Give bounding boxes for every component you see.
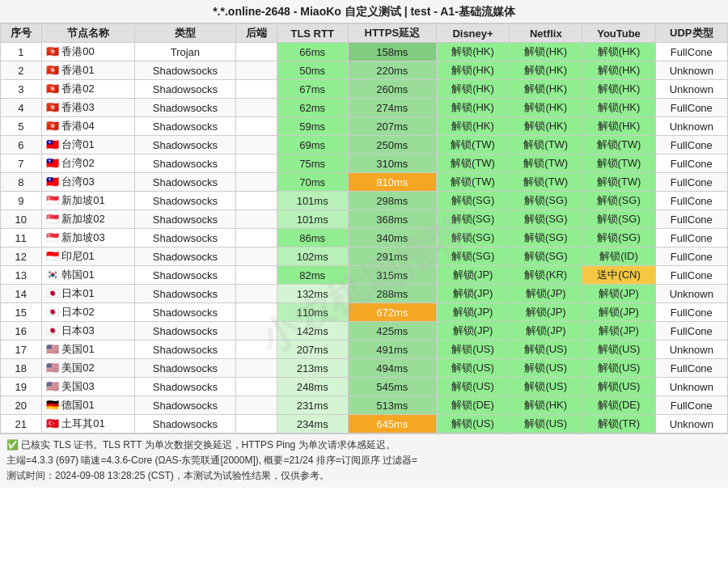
- youtube-status: 解锁(TR): [582, 415, 655, 434]
- disney-status: 解锁(TW): [436, 154, 509, 173]
- youtube-status: 解锁(JP): [582, 322, 655, 340]
- netflix-status: 解锁(HK): [510, 117, 582, 136]
- disney-status: 解锁(JP): [436, 285, 509, 303]
- row-id: 11: [1, 229, 42, 247]
- table-row: 17🇺🇸 美国01Shadowsocks207ms491ms解锁(US)解锁(U…: [1, 340, 728, 359]
- https-delay: 207ms: [348, 117, 436, 136]
- netflix-status: 解锁(SG): [510, 229, 582, 247]
- node-name: 🇺🇸 美国03: [41, 378, 134, 396]
- netflix-status: 解锁(HK): [510, 396, 582, 415]
- page-title: *.*.online-2648 - MiaoKo 自定义测试 | test - …: [213, 5, 515, 18]
- youtube-status: 解锁(SG): [582, 192, 655, 210]
- node-type: Shadowsocks: [134, 192, 235, 210]
- footer-line1: ✅ 已核实 TLS 证书。TLS RTT 为单次数据交换延迟，HTTPS Pin…: [6, 438, 722, 453]
- https-delay: 672ms: [348, 303, 436, 322]
- node-type: Shadowsocks: [134, 266, 235, 285]
- backend: [235, 303, 277, 322]
- tls-rtt: 62ms: [277, 99, 348, 117]
- netflix-status: 解锁(TW): [510, 136, 582, 154]
- node-type: Shadowsocks: [134, 247, 235, 266]
- backend: [235, 210, 277, 229]
- tls-rtt: 207ms: [277, 340, 348, 359]
- https-delay: 315ms: [348, 266, 436, 285]
- col-header: 序号: [1, 24, 42, 43]
- disney-status: 解锁(SG): [436, 192, 509, 210]
- node-type: Shadowsocks: [134, 396, 235, 415]
- https-delay: 491ms: [348, 340, 436, 359]
- table-row: 4🇭🇰 香港03Shadowsocks62ms274ms解锁(HK)解锁(HK)…: [1, 99, 728, 117]
- tls-rtt: 248ms: [277, 378, 348, 396]
- disney-status: 解锁(DE): [436, 396, 509, 415]
- row-id: 7: [1, 154, 42, 173]
- backend: [235, 285, 277, 303]
- netflix-status: 解锁(KR): [510, 266, 582, 285]
- col-header: YouTube: [582, 24, 655, 43]
- youtube-status: 解锁(HK): [582, 99, 655, 117]
- table-row: 13🇰🇷 韩国01Shadowsocks82ms315ms解锁(JP)解锁(KR…: [1, 266, 728, 285]
- node-type: Shadowsocks: [134, 322, 235, 340]
- udp-type: FullCone: [655, 210, 727, 229]
- tls-rtt: 101ms: [277, 210, 348, 229]
- netflix-status: 解锁(HK): [510, 61, 582, 80]
- https-delay: 810ms: [348, 173, 436, 192]
- netflix-status: 解锁(SG): [510, 192, 582, 210]
- disney-status: 解锁(US): [436, 378, 509, 396]
- youtube-status: 解锁(US): [582, 378, 655, 396]
- netflix-status: 解锁(HK): [510, 80, 582, 99]
- backend: [235, 117, 277, 136]
- https-delay: 513ms: [348, 396, 436, 415]
- disney-status: 解锁(HK): [436, 99, 509, 117]
- row-id: 18: [1, 359, 42, 378]
- node-type: Shadowsocks: [134, 340, 235, 359]
- udp-type: FullCone: [655, 396, 727, 415]
- node-name: 🇹🇼 台湾01: [41, 136, 134, 154]
- node-type: Shadowsocks: [134, 154, 235, 173]
- row-id: 14: [1, 285, 42, 303]
- table-row: 7🇹🇼 台湾02Shadowsocks75ms310ms解锁(TW)解锁(TW)…: [1, 154, 728, 173]
- col-header: 后端: [235, 24, 277, 43]
- youtube-status: 解锁(ID): [582, 247, 655, 266]
- tls-rtt: 86ms: [277, 229, 348, 247]
- udp-type: Unknown: [655, 285, 727, 303]
- row-id: 15: [1, 303, 42, 322]
- node-name: 🇩🇪 德国01: [41, 396, 134, 415]
- node-type: Shadowsocks: [134, 359, 235, 378]
- udp-type: Unknown: [655, 117, 727, 136]
- node-name: 🇸🇬 新加坡03: [41, 229, 134, 247]
- table-row: 21🇹🇷 土耳其01Shadowsocks234ms645ms解锁(US)解锁(…: [1, 415, 728, 434]
- backend: [235, 396, 277, 415]
- table-row: 19🇺🇸 美国03Shadowsocks248ms545ms解锁(US)解锁(U…: [1, 378, 728, 396]
- node-name: 🇭🇰 香港02: [41, 80, 134, 99]
- col-header: 节点名称: [41, 24, 134, 43]
- tls-rtt: 231ms: [277, 396, 348, 415]
- udp-type: FullCone: [655, 136, 727, 154]
- backend: [235, 43, 277, 61]
- disney-status: 解锁(SG): [436, 229, 509, 247]
- tls-rtt: 101ms: [277, 192, 348, 210]
- row-id: 16: [1, 322, 42, 340]
- youtube-status: 解锁(SG): [582, 229, 655, 247]
- backend: [235, 136, 277, 154]
- youtube-status: 解锁(DE): [582, 396, 655, 415]
- row-id: 4: [1, 99, 42, 117]
- table-row: 8🇹🇼 台湾03Shadowsocks70ms810ms解锁(TW)解锁(TW)…: [1, 173, 728, 192]
- table-row: 15🇯🇵 日本02Shadowsocks110ms672ms解锁(JP)解锁(J…: [1, 303, 728, 322]
- node-name: 🇭🇰 香港01: [41, 61, 134, 80]
- tls-rtt: 234ms: [277, 415, 348, 434]
- node-name: 🇯🇵 日本01: [41, 285, 134, 303]
- tls-rtt: 50ms: [277, 61, 348, 80]
- node-name: 🇯🇵 日本02: [41, 303, 134, 322]
- table-row: 3🇭🇰 香港02Shadowsocks67ms260ms解锁(HK)解锁(HK)…: [1, 80, 728, 99]
- node-name: 🇭🇰 香港00: [41, 43, 134, 61]
- row-id: 12: [1, 247, 42, 266]
- node-type: Shadowsocks: [134, 80, 235, 99]
- tls-rtt: 213ms: [277, 359, 348, 378]
- backend: [235, 192, 277, 210]
- row-id: 8: [1, 173, 42, 192]
- row-id: 9: [1, 192, 42, 210]
- tls-rtt: 59ms: [277, 117, 348, 136]
- backend: [235, 266, 277, 285]
- backend: [235, 340, 277, 359]
- https-delay: 340ms: [348, 229, 436, 247]
- youtube-status: 解锁(TW): [582, 136, 655, 154]
